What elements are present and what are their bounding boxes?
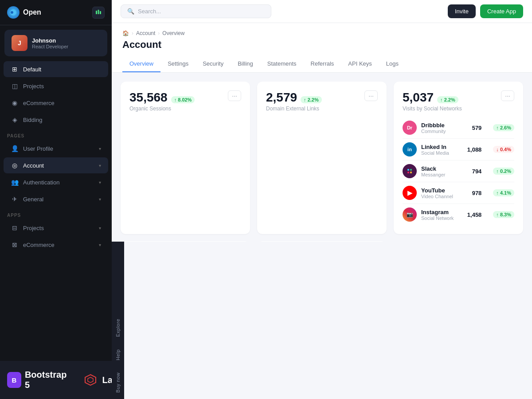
stat-label: Visits by Social Networks	[403, 106, 462, 112]
projects-icon: ◫	[11, 82, 19, 90]
svg-marker-5	[85, 375, 96, 385]
more-options-button[interactable]: ···	[228, 90, 241, 101]
social-row-instagram: 📷 Instagram Social Network 1,458 ↑ 8.3%	[403, 204, 514, 225]
stat-social-visits: 5,037 ↑ 2.2% Visits by Social Networks ·…	[394, 82, 523, 234]
slack-logo	[403, 164, 417, 178]
social-count: 1,458	[467, 211, 482, 218]
sidebar-item-authentication[interactable]: 👥 Authentication ▾	[4, 174, 108, 190]
more-options-button[interactable]: ···	[364, 90, 378, 101]
tab-statements[interactable]: Statements	[260, 56, 304, 72]
social-info: Instagram Social Network	[421, 209, 463, 221]
sidebar-item-ecommerce[interactable]: ◉ eCommerce	[4, 95, 108, 111]
sidebar-item-apps-projects[interactable]: ⊟ Projects ▾	[4, 220, 108, 236]
sidebar-item-apps-ecommerce[interactable]: ⊠ eCommerce ▾	[4, 237, 108, 253]
avatar: J	[12, 35, 27, 51]
sidebar-item-label: Authentication	[23, 179, 59, 186]
social-list: Dr Dribbble Community 579 ↑ 2.6% in Link…	[403, 117, 514, 225]
social-badge: ↑ 2.6%	[493, 124, 514, 131]
social-info: Dribbble Community	[421, 122, 468, 134]
social-type: Messanger	[421, 172, 468, 177]
sidebar-item-bidding[interactable]: ◈ Bidding	[4, 112, 108, 128]
invite-button[interactable]: Invite	[448, 4, 476, 18]
chevron-down-icon: ▾	[99, 180, 101, 185]
tab-settings[interactable]: Settings	[160, 56, 196, 72]
tab-security[interactable]: Security	[196, 56, 231, 72]
social-name: Linked In	[421, 144, 463, 150]
right-tab-help[interactable]: Help	[115, 343, 121, 367]
apps-ecommerce-icon: ⊠	[11, 241, 19, 249]
chevron-down-icon: ▾	[99, 146, 101, 151]
laravel-icon	[82, 372, 98, 388]
stat-organic-sessions: 35,568 ↑ 8.02% Organic Sessions ···	[121, 82, 250, 234]
sidebar-item-label: General	[23, 196, 43, 203]
tab-billing[interactable]: Billing	[231, 56, 260, 72]
svg-rect-4	[100, 11, 101, 14]
stat-value: 5,037	[403, 90, 434, 105]
breadcrumb-sep: ›	[132, 30, 133, 36]
stat-badge: ↑ 2.2%	[301, 96, 322, 103]
tab-referrals[interactable]: Referrals	[304, 56, 341, 72]
sidebar-item-label: eCommerce	[23, 100, 55, 106]
bottom-banner: B Bootstrap 5 Laravel	[0, 361, 112, 399]
app-name: Open	[23, 8, 41, 16]
social-badge: ↑ 0.2%	[493, 168, 514, 175]
svg-rect-3	[98, 10, 99, 14]
right-tab-buy[interactable]: Buy now	[115, 366, 121, 399]
auth-icon: 👥	[11, 178, 19, 186]
sidebar-item-projects[interactable]: ◫ Projects	[4, 78, 108, 94]
search-placeholder: Search...	[138, 8, 161, 15]
social-info: Linked In Social Media	[421, 144, 463, 156]
grid-icon: ⊞	[11, 65, 19, 73]
stat-value: 2,579	[266, 90, 297, 105]
sidebar-item-general[interactable]: ✈ General ▾	[4, 191, 108, 207]
instagram-logo: 📷	[403, 207, 417, 222]
create-app-button[interactable]: Create App	[480, 4, 523, 18]
right-tab-explore[interactable]: Explore	[115, 313, 121, 343]
social-name: Dribbble	[421, 122, 468, 129]
search-box[interactable]: 🔍 Search...	[121, 4, 271, 18]
stat-label: Organic Sessions	[129, 106, 195, 112]
social-type: Social Network	[421, 215, 463, 221]
breadcrumb: 🏠 › Account › Overview	[122, 30, 521, 36]
laravel-banner: Laravel	[82, 372, 112, 388]
app-logo-icon	[7, 6, 20, 19]
breadcrumb-account[interactable]: Account	[136, 30, 155, 36]
bootstrap-label: Bootstrap 5	[25, 370, 69, 390]
stat-value: 35,568	[129, 90, 168, 105]
user-card: J Johnson React Developer	[4, 30, 107, 56]
main-wrapper: 🔍 Search... Invite Create App 🏠 › Accoun…	[112, 0, 532, 399]
search-icon: 🔍	[127, 8, 134, 15]
social-count: 978	[472, 190, 482, 196]
sidebar-item-label: Account	[23, 162, 44, 169]
social-name: Slack	[421, 165, 468, 172]
page-title: Account	[122, 39, 521, 51]
bootstrap-icon: B	[7, 372, 21, 388]
user-icon: 👤	[11, 145, 19, 153]
tab-logs[interactable]: Logs	[379, 56, 406, 72]
tab-overview[interactable]: Overview	[122, 56, 160, 72]
tab-api-keys[interactable]: API Keys	[341, 56, 379, 72]
svg-rect-10	[410, 172, 412, 173]
svg-rect-7	[407, 169, 409, 171]
sidebar-item-user-profile[interactable]: 👤 User Profile ▾	[4, 141, 108, 156]
social-type: Community	[421, 129, 468, 134]
svg-rect-9	[407, 172, 409, 173]
social-info: Slack Messanger	[421, 165, 468, 177]
topbar: 🔍 Search... Invite Create App	[112, 0, 532, 23]
sidebar-item-account[interactable]: ◎ Account ▾	[4, 157, 108, 173]
social-count: 1,088	[467, 146, 482, 153]
general-icon: ✈	[11, 195, 19, 203]
apps-section-label: APPS	[0, 207, 112, 219]
social-type: Social Media	[421, 150, 463, 156]
bidding-icon: ◈	[11, 116, 19, 124]
sidebar-item-label: Projects	[23, 83, 44, 90]
bootstrap-banner: B Bootstrap 5	[7, 370, 68, 390]
sidebar-item-label: User Profile	[23, 145, 53, 152]
more-options-button[interactable]: ···	[501, 90, 514, 101]
home-icon[interactable]: 🏠	[122, 30, 129, 36]
social-name: Instagram	[421, 209, 463, 215]
sidebar-item-default[interactable]: ⊞ Default	[4, 61, 108, 77]
ecommerce-icon: ◉	[11, 99, 19, 107]
sidebar-item-label: eCommerce	[23, 242, 55, 248]
chevron-down-icon: ▾	[99, 243, 101, 247]
